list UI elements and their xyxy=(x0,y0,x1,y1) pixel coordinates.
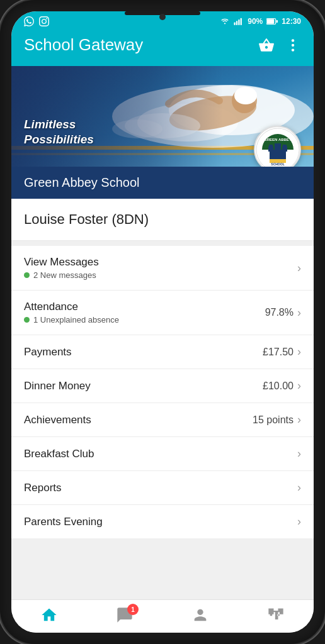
menu-item-breakfast-right: › xyxy=(297,447,301,460)
menu-item-payments-left: Payments xyxy=(24,346,263,358)
svg-rect-1 xyxy=(236,21,237,25)
chevron-icon-breakfast: › xyxy=(297,447,301,460)
phone-frame: 90% 12:30 School Gateway xyxy=(0,0,325,644)
battery-icon xyxy=(266,18,278,25)
svg-point-8 xyxy=(292,43,294,46)
menu-item-attendance-subtitle: 1 Unexplained absence xyxy=(24,315,265,325)
menu-item-payments[interactable]: Payments £17.50 › xyxy=(11,335,314,369)
chevron-icon-reports: › xyxy=(297,481,301,494)
signal-icon xyxy=(234,18,244,25)
menu-item-messages-left: View Messages 2 New messages xyxy=(24,256,297,280)
menu-item-dinner-right: £10.00 › xyxy=(263,379,301,392)
menu-item-messages-title: View Messages xyxy=(24,256,297,269)
instagram-icon xyxy=(39,16,49,26)
svg-point-9 xyxy=(292,48,294,51)
menu-item-reports[interactable]: Reports › xyxy=(11,471,314,505)
menu-item-messages-subtitle: 2 New messages xyxy=(24,270,297,280)
menu-item-attendance-right: 97.8% › xyxy=(265,306,301,319)
attendance-value: 97.8% xyxy=(265,307,294,318)
svg-rect-5 xyxy=(267,19,274,23)
new-messages-dot xyxy=(24,272,30,278)
menu-item-breakfast[interactable]: Breakfast Club › xyxy=(11,437,314,471)
menu-item-parents-evening-left: Parents Evening xyxy=(24,516,297,528)
menu-item-attendance-left: Attendance 1 Unexplained absence xyxy=(24,301,265,325)
svg-rect-28 xyxy=(283,145,287,148)
hero-tagline: Limitless Possibilities xyxy=(24,117,94,148)
hero-banner: Limitless Possibilities xyxy=(11,66,314,167)
home-icon xyxy=(40,606,58,624)
basket-icon[interactable] xyxy=(258,37,275,53)
messages-count-text: 2 New messages xyxy=(33,270,96,280)
menu-item-dinner-left: Dinner Money xyxy=(24,380,263,392)
menu-item-reports-left: Reports xyxy=(24,482,297,494)
school-badge-logo: GREEN ABBEY SCHOOL xyxy=(256,128,300,167)
svg-rect-27 xyxy=(269,145,273,148)
whatsapp-icon xyxy=(24,16,34,26)
student-name-row: Louise Foster (8DN) xyxy=(11,199,314,241)
svg-rect-3 xyxy=(241,18,242,25)
app-header: School Gateway xyxy=(11,29,314,66)
menu-item-payments-title: Payments xyxy=(24,346,263,358)
menu-item-achievements[interactable]: Achievements 15 points › xyxy=(11,403,314,437)
message-badge: 1 xyxy=(127,604,139,615)
svg-rect-6 xyxy=(277,20,278,23)
status-left-icons xyxy=(24,16,49,26)
menu-item-reports-title: Reports xyxy=(24,482,297,494)
wifi-icon xyxy=(220,18,230,25)
svg-text:SCHOOL: SCHOOL xyxy=(271,162,284,166)
phone-screen: 90% 12:30 School Gateway xyxy=(11,11,314,633)
menu-item-dinner-title: Dinner Money xyxy=(24,380,263,392)
person-icon xyxy=(191,606,209,624)
menu-item-dinner[interactable]: Dinner Money £10.00 › xyxy=(11,369,314,403)
menu-item-achievements-left: Achievements xyxy=(24,414,253,426)
menu-item-attendance[interactable]: Attendance 1 Unexplained absence 97.8% › xyxy=(11,291,314,335)
svg-text:GREEN ABBEY: GREEN ABBEY xyxy=(264,138,292,142)
app-title: School Gateway xyxy=(24,35,143,55)
menu-item-messages-right: › xyxy=(297,262,301,275)
school-nav-icon xyxy=(267,606,285,624)
menu-item-achievements-right: 15 points › xyxy=(253,413,301,426)
chevron-icon-achievements: › xyxy=(297,413,301,426)
status-right-info: 90% 12:30 xyxy=(220,17,301,26)
camera xyxy=(159,14,166,20)
menu-item-attendance-title: Attendance xyxy=(24,301,265,313)
payments-value: £17.50 xyxy=(263,347,294,358)
menu-section: View Messages 2 New messages › Attendanc… xyxy=(11,246,314,538)
nav-item-profile[interactable] xyxy=(191,606,209,624)
dinner-value: £10.00 xyxy=(263,380,294,392)
nav-item-home[interactable] xyxy=(40,606,58,624)
menu-item-messages[interactable]: View Messages 2 New messages › xyxy=(11,246,314,291)
menu-item-reports-right: › xyxy=(297,481,301,494)
menu-item-parents-evening-title: Parents Evening xyxy=(24,516,297,528)
menu-item-achievements-title: Achievements xyxy=(24,414,253,426)
svg-rect-26 xyxy=(275,143,281,151)
content-area[interactable]: Louise Foster (8DN) View Messages 2 New … xyxy=(11,199,314,599)
menu-item-parents-evening[interactable]: Parents Evening › xyxy=(11,505,314,538)
nav-item-school[interactable] xyxy=(267,606,285,624)
student-name: Louise Foster (8DN) xyxy=(24,211,149,227)
svg-rect-0 xyxy=(234,23,236,26)
header-icons xyxy=(258,37,301,53)
more-menu-icon[interactable] xyxy=(285,37,301,53)
menu-item-breakfast-title: Breakfast Club xyxy=(24,448,297,460)
chevron-icon-attendance: › xyxy=(297,306,301,319)
attendance-dot xyxy=(24,317,30,323)
chevron-icon-dinner: › xyxy=(297,379,301,392)
time-display: 12:30 xyxy=(282,17,301,26)
school-name-bar: Green Abbey School xyxy=(11,167,314,199)
battery-level: 90% xyxy=(248,17,263,26)
menu-item-payments-right: £17.50 › xyxy=(263,345,301,358)
school-badge: GREEN ABBEY SCHOOL xyxy=(254,126,301,167)
chevron-icon-parents: › xyxy=(297,515,301,528)
chevron-icon-payments: › xyxy=(297,345,301,358)
school-name: Green Abbey School xyxy=(24,175,139,190)
chevron-icon-messages: › xyxy=(297,262,301,275)
attendance-sub-text: 1 Unexplained absence xyxy=(33,315,119,325)
svg-rect-2 xyxy=(239,19,240,25)
bottom-nav: 1 xyxy=(11,599,314,633)
menu-item-breakfast-left: Breakfast Club xyxy=(24,448,297,460)
menu-item-parents-evening-right: › xyxy=(297,515,301,528)
svg-point-7 xyxy=(292,39,294,42)
achievements-value: 15 points xyxy=(253,414,294,426)
nav-item-messages[interactable]: 1 xyxy=(116,606,134,624)
